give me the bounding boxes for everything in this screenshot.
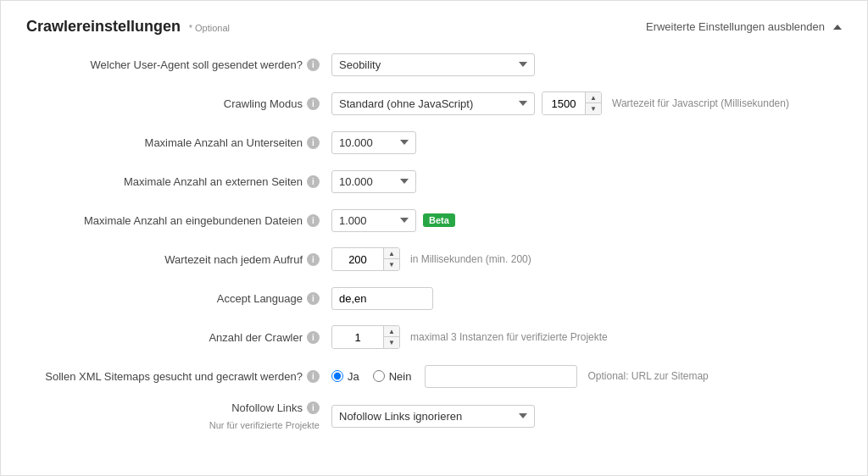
panel-title: Crawlereinstellungen * Optional	[26, 18, 230, 36]
nofollow-control: Nofollow Links ignorieren Nofollow Links…	[331, 405, 842, 428]
js-wait-input[interactable]	[542, 93, 585, 114]
max-subpages-label: Maximale Anzahl an Unterseiten i	[26, 136, 331, 149]
crawl-mode-info-icon[interactable]: i	[307, 97, 320, 110]
xml-sitemap-radios: Ja Nein	[331, 370, 411, 383]
max-subpages-row: Maximale Anzahl an Unterseiten i 1.000 5…	[26, 129, 842, 156]
crawl-mode-control: Standard (ohne JavaScript) Mit JavaScrip…	[331, 91, 842, 115]
xml-sitemap-label: Sollen XML Sitemaps gesucht und gecrawlt…	[26, 370, 331, 383]
wait-time-input[interactable]	[332, 249, 383, 270]
sitemap-url-input[interactable]	[425, 365, 577, 388]
wait-time-spinner: ▲ ▼	[331, 247, 400, 271]
max-subpages-select[interactable]: 1.000 5.000 10.000 25.000 50.000	[331, 131, 416, 154]
xml-sitemap-info-icon[interactable]: i	[307, 370, 320, 383]
crawler-count-up-button[interactable]: ▲	[384, 326, 399, 337]
user-agent-label: Welcher User-Agent soll gesendet werden?…	[26, 58, 331, 71]
max-files-row: Maximale Anzahl an eingebundenen Dateien…	[26, 207, 842, 234]
max-external-row: Maximale Anzahl an externen Seiten i 1.0…	[26, 168, 842, 195]
crawler-count-input[interactable]	[332, 327, 383, 348]
xml-sitemap-nein-label[interactable]: Nein	[373, 370, 412, 383]
nofollow-label: Nofollow Links i Nur für verifizierte Pr…	[26, 401, 331, 430]
max-subpages-control: 1.000 5.000 10.000 25.000 50.000	[331, 131, 842, 154]
nofollow-select[interactable]: Nofollow Links ignorieren Nofollow Links…	[331, 405, 535, 428]
crawl-mode-row: Crawling Modus i Standard (ohne JavaScri…	[26, 90, 842, 117]
max-files-info-icon[interactable]: i	[307, 214, 320, 227]
max-subpages-info-icon[interactable]: i	[307, 136, 320, 149]
wait-time-down-button[interactable]: ▼	[384, 259, 399, 270]
settings-header: Crawlereinstellungen * Optional Erweiter…	[26, 18, 842, 36]
max-files-label: Maximale Anzahl an eingebundenen Dateien…	[26, 214, 331, 227]
crawler-count-spinner: ▲ ▼	[331, 325, 400, 349]
max-files-select[interactable]: 100 500 1.000 5.000	[331, 209, 416, 232]
arrow-up-icon	[833, 25, 842, 30]
user-agent-row: Welcher User-Agent soll gesendet werden?…	[26, 51, 842, 78]
user-agent-info-icon[interactable]: i	[307, 58, 320, 71]
js-wait-spinner: ▲ ▼	[542, 91, 602, 115]
crawl-mode-label: Crawling Modus i	[26, 97, 331, 110]
collapse-button[interactable]: Erweiterte Einstellungen ausblenden	[646, 20, 842, 33]
max-files-control: 100 500 1.000 5.000 Beta	[331, 209, 842, 232]
crawler-count-down-button[interactable]: ▼	[384, 337, 399, 348]
js-wait-spinner-buttons: ▲ ▼	[585, 92, 601, 114]
wait-time-info-icon[interactable]: i	[307, 253, 320, 266]
crawler-settings-panel: Crawlereinstellungen * Optional Erweiter…	[0, 0, 868, 476]
max-external-select[interactable]: 1.000 5.000 10.000 25.000 50.000	[331, 170, 416, 193]
wait-time-up-button[interactable]: ▲	[384, 248, 399, 259]
crawl-mode-select[interactable]: Standard (ohne JavaScript) Mit JavaScrip…	[331, 92, 535, 115]
max-external-info-icon[interactable]: i	[307, 175, 320, 188]
accept-language-row: Accept Language i	[26, 285, 842, 312]
accept-language-input[interactable]	[331, 287, 433, 310]
crawler-count-control: ▲ ▼ maximal 3 Instanzen für verifizierte…	[331, 325, 842, 349]
user-agent-select[interactable]: Seobility Googlebot Custom	[331, 53, 535, 76]
js-wait-up-button[interactable]: ▲	[586, 92, 601, 103]
xml-sitemap-ja-radio[interactable]	[331, 370, 343, 382]
wait-time-spinner-buttons: ▲ ▼	[383, 248, 399, 270]
xml-sitemap-control: Ja Nein Optional: URL zur Sitemap	[331, 365, 842, 388]
accept-language-label: Accept Language i	[26, 292, 331, 305]
wait-time-label: Wartezeit nach jedem Aufruf i	[26, 253, 331, 266]
beta-badge: Beta	[423, 213, 455, 227]
wait-time-row: Wartezeit nach jedem Aufruf i ▲ ▼ in Mil…	[26, 246, 842, 273]
nofollow-info-icon[interactable]: i	[307, 401, 320, 414]
accept-language-control	[331, 287, 842, 310]
xml-sitemap-row: Sollen XML Sitemaps gesucht und gecrawlt…	[26, 363, 842, 390]
user-agent-control: Seobility Googlebot Custom	[331, 53, 842, 76]
crawler-count-info-icon[interactable]: i	[307, 331, 320, 344]
nofollow-row: Nofollow Links i Nur für verifizierte Pr…	[26, 401, 842, 430]
max-external-control: 1.000 5.000 10.000 25.000 50.000	[331, 170, 842, 193]
xml-sitemap-nein-radio[interactable]	[373, 370, 385, 382]
js-wait-down-button[interactable]: ▼	[586, 103, 601, 114]
wait-time-control: ▲ ▼ in Millisekunden (min. 200)	[331, 247, 842, 271]
xml-sitemap-ja-label[interactable]: Ja	[331, 370, 359, 383]
accept-language-info-icon[interactable]: i	[307, 292, 320, 305]
crawler-count-spinner-buttons: ▲ ▼	[383, 326, 399, 348]
crawler-count-label: Anzahl der Crawler i	[26, 331, 331, 344]
crawler-count-row: Anzahl der Crawler i ▲ ▼ maximal 3 Insta…	[26, 324, 842, 351]
max-external-label: Maximale Anzahl an externen Seiten i	[26, 175, 331, 188]
